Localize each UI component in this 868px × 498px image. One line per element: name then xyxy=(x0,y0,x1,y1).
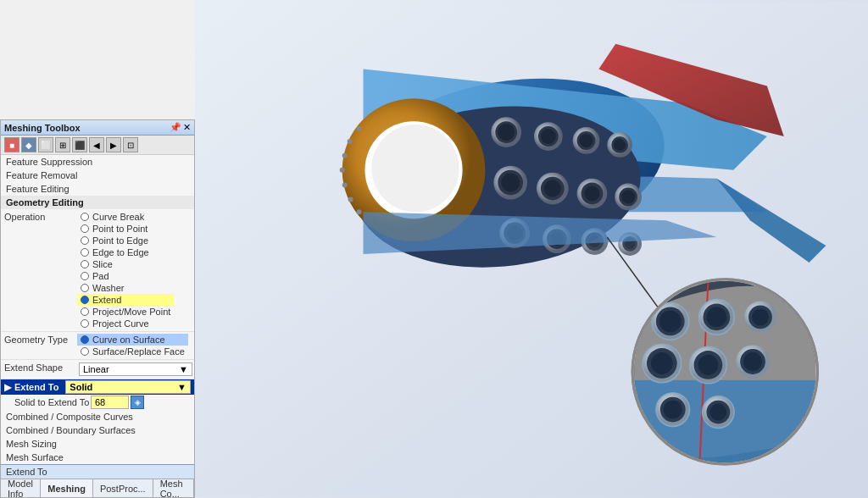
operation-list: Curve Break Point to Point Point to Edge… xyxy=(77,210,174,330)
svg-point-48 xyxy=(342,183,348,188)
svg-point-72 xyxy=(651,352,673,374)
toolbar-btn-8[interactable]: ⊡ xyxy=(123,137,138,152)
svg-point-63 xyxy=(659,310,682,332)
svg-point-81 xyxy=(664,401,682,419)
visualization-area xyxy=(195,0,868,498)
toolbar-btn-1[interactable]: ■ xyxy=(4,137,19,152)
extend-to-dropdown[interactable]: Solid ▼ xyxy=(65,380,191,394)
bottom-tabs: Model Info Meshing PostProc... Mesh Co..… xyxy=(1,479,194,497)
tab-mesh-co[interactable]: Mesh Co... xyxy=(153,479,194,497)
svg-point-13 xyxy=(498,124,515,141)
solid-to-extend-icon[interactable]: ◈ xyxy=(131,396,144,409)
pin-icon[interactable]: 📌 xyxy=(170,122,181,133)
mesh-surface[interactable]: Mesh Surface xyxy=(1,451,194,464)
feature-editing-item[interactable]: Feature Editing xyxy=(1,182,194,196)
svg-point-28 xyxy=(544,180,561,197)
svg-point-16 xyxy=(541,129,556,144)
toolbar-btn-4[interactable]: ⊞ xyxy=(55,137,70,152)
op-edge-to-edge[interactable]: Edge to Edge xyxy=(77,246,174,258)
toolbar-btn-3[interactable]: ⬜ xyxy=(38,137,53,152)
top-space xyxy=(0,0,195,119)
op-washer[interactable]: Washer xyxy=(77,282,174,294)
op-slice[interactable]: Slice xyxy=(77,258,174,270)
right-panel xyxy=(195,0,868,498)
close-icon[interactable]: ✕ xyxy=(183,122,191,133)
toolbar-btn-6[interactable]: ◀ xyxy=(89,137,104,152)
feature-removal-item[interactable]: Feature Removal xyxy=(1,169,194,182)
extend-shape-dropdown[interactable]: Linear ▼ xyxy=(79,362,192,376)
toolbox-content: Feature Suppression Feature Removal Feat… xyxy=(1,155,194,464)
toolbox-titlebar: Meshing Toolbox 📌 ✕ xyxy=(1,120,194,136)
extend-to-arrow: ▶ xyxy=(4,382,11,393)
op-pad[interactable]: Pad xyxy=(77,270,174,282)
svg-point-69 xyxy=(752,308,769,325)
op-edge-to-edge-label: Edge to Edge xyxy=(92,247,149,257)
op-point-to-edge-radio[interactable] xyxy=(81,236,89,245)
svg-point-49 xyxy=(348,196,353,202)
op-extend-label: Extend xyxy=(92,295,121,305)
op-point-to-point-label: Point to Point xyxy=(92,224,147,234)
op-edge-to-edge-radio[interactable] xyxy=(81,248,89,257)
op-project-curve-radio[interactable] xyxy=(81,319,89,328)
toolbox-icons: 📌 ✕ xyxy=(170,122,191,133)
op-project-move-radio[interactable] xyxy=(81,307,89,316)
toolbar-row: ■ ◆ ⬜ ⊞ ⬛ ◀ ▶ ⊡ xyxy=(1,136,194,155)
svg-point-34 xyxy=(621,191,635,204)
op-pad-radio[interactable] xyxy=(81,272,89,280)
extend-to-value-area: Solid ▼ xyxy=(65,380,191,394)
op-point-to-edge-label: Point to Edge xyxy=(92,235,148,246)
extend-shape-value: Linear xyxy=(83,364,109,374)
geo-curve-on-surface[interactable]: Curve on Surface xyxy=(77,334,188,346)
geometry-type-list: Curve on Surface Surface/Replace Face xyxy=(77,333,188,358)
svg-point-50 xyxy=(357,209,362,214)
op-project-curve-label: Project Curve xyxy=(92,318,149,329)
solid-to-extend-number: 68 xyxy=(95,397,105,407)
feature-suppression-item[interactable]: Feature Suppression xyxy=(1,155,194,169)
op-point-to-point-radio[interactable] xyxy=(81,224,89,233)
tab-postproc[interactable]: PostProc... xyxy=(93,479,153,497)
mesh-sizing[interactable]: Mesh Sizing xyxy=(1,437,194,451)
svg-point-66 xyxy=(706,307,726,327)
op-curve-break[interactable]: Curve Break xyxy=(77,211,174,223)
extend-shape-value-area: Linear ▼ xyxy=(77,361,194,378)
geo-curve-radio[interactable] xyxy=(81,335,89,344)
op-slice-radio[interactable] xyxy=(81,260,89,268)
op-washer-label: Washer xyxy=(92,283,125,293)
toolbar-btn-5[interactable]: ⬛ xyxy=(72,137,87,152)
toolbar-btn-2[interactable]: ◆ xyxy=(21,137,36,152)
combined-boundary-surfaces[interactable]: Combined / Boundary Surfaces xyxy=(1,423,194,437)
toolbox-title: Meshing Toolbox xyxy=(4,123,81,133)
tab-meshing[interactable]: Meshing xyxy=(41,479,93,497)
svg-point-75 xyxy=(698,355,719,375)
op-project-curve[interactable]: Project Curve xyxy=(77,318,174,329)
solid-to-extend-row: Solid to Extend To 68 ◈ xyxy=(1,395,194,410)
op-curve-break-radio[interactable] xyxy=(81,213,89,221)
svg-point-31 xyxy=(585,186,600,202)
op-point-to-point[interactable]: Point to Point xyxy=(77,223,174,235)
extend-to-header-row: ▶ Extend To Solid ▼ xyxy=(1,379,194,395)
status-text: Extend To xyxy=(6,467,47,477)
meshing-toolbox: Meshing Toolbox 📌 ✕ ■ ◆ ⬜ ⊞ ⬛ ◀ ▶ ⊡ Feat… xyxy=(0,119,195,498)
op-extend-radio[interactable] xyxy=(81,296,89,304)
op-curve-break-label: Curve Break xyxy=(92,212,144,222)
extend-shape-label: Extend Shape xyxy=(1,361,77,374)
toolbar-btn-7[interactable]: ▶ xyxy=(106,137,121,152)
left-panel: Meshing Toolbox 📌 ✕ ■ ◆ ⬜ ⊞ ⬛ ◀ ▶ ⊡ Feat… xyxy=(0,0,195,498)
geo-surface-replace-face[interactable]: Surface/Replace Face xyxy=(77,346,188,357)
geo-surface-radio[interactable] xyxy=(81,347,89,356)
extend-to-label: Extend To xyxy=(14,382,58,392)
tab-model-info[interactable]: Model Info xyxy=(1,479,41,497)
combined-composite-curves[interactable]: Combined / Composite Curves xyxy=(1,410,194,423)
op-extend[interactable]: Extend xyxy=(77,294,174,306)
svg-point-52 xyxy=(348,139,353,144)
svg-point-78 xyxy=(743,352,762,371)
operation-label: Operation xyxy=(1,210,77,224)
geo-curve-label: Curve on Surface xyxy=(92,335,165,345)
op-point-to-edge[interactable]: Point to Edge xyxy=(77,235,174,246)
op-project-move-point[interactable]: Project/Move Point xyxy=(77,306,174,318)
extend-shape-arrow: ▼ xyxy=(179,364,188,374)
extend-shape-row: Extend Shape Linear ▼ xyxy=(1,360,194,379)
svg-point-53 xyxy=(357,126,362,131)
op-washer-radio[interactable] xyxy=(81,284,89,292)
svg-point-22 xyxy=(614,139,626,151)
